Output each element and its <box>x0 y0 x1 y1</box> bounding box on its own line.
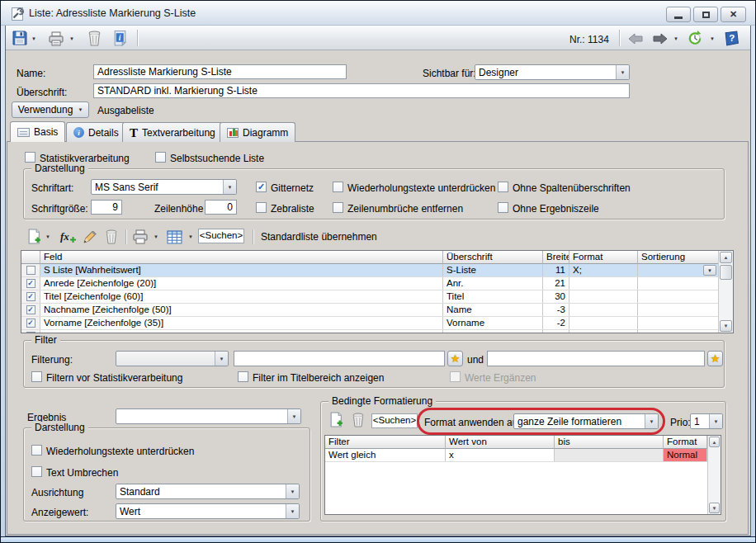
row-checkbox[interactable]: ✓ <box>26 319 35 328</box>
scroll-up-icon[interactable]: ▲ <box>720 252 732 263</box>
table-view-icon[interactable] <box>167 230 182 244</box>
column-header[interactable]: Überschrift <box>443 251 543 264</box>
column-header[interactable]: Format <box>664 436 707 449</box>
prio-combo[interactable]: 1 ▼ <box>690 413 723 429</box>
table-row-clipped[interactable]: ✓ Name 2 [Zeichenfolge (50)] Name 2 -3 <box>21 330 719 333</box>
row-checkbox[interactable]: ✓ <box>26 292 35 301</box>
zebraliste-checkbox[interactable] <box>256 202 267 213</box>
filter-wizard-button-2[interactable]: ★ <box>707 351 723 366</box>
filter-wizard-button-1[interactable]: ★ <box>447 351 463 366</box>
selbstsuchende-liste-checkbox[interactable] <box>155 152 166 163</box>
print-list-icon[interactable] <box>132 229 149 244</box>
wiederholungstexte-checkbox[interactable] <box>333 182 343 192</box>
filtern-vor-statistik-checkbox[interactable] <box>31 371 42 382</box>
column-header[interactable]: Format <box>569 251 638 264</box>
filter-expression-input-1[interactable] <box>234 351 445 366</box>
format-suchen-box[interactable]: <Suchen> <box>371 413 418 428</box>
chevron-down-icon[interactable]: ▼ <box>616 65 629 79</box>
chevron-down-icon[interactable]: ▼ <box>286 484 299 498</box>
table-row[interactable]: ✓ Nachname [Zeichenfolge (50)] Name -3 <box>21 304 719 317</box>
schriftart-combo[interactable]: MS Sans Serif ▼ <box>91 179 237 195</box>
anzeigewert-combo[interactable]: Wert ▼ <box>116 503 300 519</box>
table-view-caret-icon[interactable]: ▼ <box>188 234 193 239</box>
history-clock-icon[interactable] <box>687 30 703 46</box>
table-row[interactable]: Wert gleich x Normal <box>325 449 707 462</box>
column-header[interactable]: Feld <box>40 251 443 264</box>
delete-field-icon[interactable] <box>105 229 118 244</box>
nav-forward-icon[interactable] <box>650 32 670 45</box>
column-header[interactable]: Sortierung <box>638 251 719 264</box>
add-field-icon[interactable] <box>26 229 42 244</box>
table-row[interactable]: ✓ Titel [Zeichenfolge (60)] Titel 30 <box>21 290 719 304</box>
ohne-ergebniszeile-checkbox[interactable] <box>498 202 508 213</box>
scroll-up-icon[interactable]: ▲ <box>709 437 720 447</box>
table-row[interactable]: ✓ Vorname [Zeichenfolge (35)] Vorname -2 <box>21 317 719 330</box>
column-header[interactable]: Breite <box>543 251 569 264</box>
print-dropdown-caret-icon[interactable]: ▼ <box>69 36 74 41</box>
filterung-combo[interactable]: ▼ <box>116 351 229 366</box>
row-checkbox[interactable]: ✓ <box>26 305 35 314</box>
chevron-down-icon[interactable]: ▼ <box>223 180 236 194</box>
statistikverarbeitung-checkbox[interactable] <box>25 152 35 163</box>
filter-im-titelbereich-checkbox[interactable] <box>238 371 248 382</box>
history-dropdown-caret-icon[interactable]: ▼ <box>710 36 715 41</box>
tab-diagramm[interactable]: Diagramm <box>220 122 295 142</box>
format-anwenden-combo[interactable]: ganze Zeile formatieren ▼ <box>513 413 659 429</box>
title-bar[interactable]: Liste: Adressliste Markierung S-Liste ✕ <box>1 1 755 26</box>
edit-pencil-icon[interactable] <box>83 229 97 244</box>
table-row[interactable]: ✓ Anrede [Zeichenfolge (20)] Anr. 21 <box>21 277 719 290</box>
chevron-down-icon[interactable]: ▼ <box>645 414 658 428</box>
zeilenhoehe-input[interactable]: 0 <box>205 200 237 215</box>
tab-textverarbeitung[interactable]: T Textverarbeitung <box>122 122 223 142</box>
add-formula-icon[interactable]: fx <box>59 229 78 244</box>
maximize-button[interactable] <box>693 7 718 22</box>
tab-details[interactable]: i Details <box>66 122 126 142</box>
nav-dropdown-caret-icon[interactable]: ▼ <box>673 36 678 41</box>
row-checkbox[interactable]: ✓ <box>26 332 35 333</box>
row-checkbox[interactable] <box>26 266 35 275</box>
chevron-down-icon[interactable]: ▼ <box>286 504 299 518</box>
save-icon[interactable] <box>12 30 28 46</box>
table-row-selected[interactable]: S Liste [Wahrheitswert] S-Liste 11 X; ▼ <box>21 264 719 277</box>
column-header[interactable]: Filter <box>325 436 446 449</box>
minimize-button[interactable] <box>666 7 691 22</box>
scroll-down-icon[interactable]: ▼ <box>709 503 720 513</box>
save-dropdown-caret-icon[interactable]: ▼ <box>31 36 36 41</box>
delete-format-icon[interactable] <box>352 413 365 427</box>
scroll-down-icon[interactable]: ▼ <box>720 320 732 332</box>
delete-icon[interactable] <box>87 31 102 46</box>
nav-back-icon[interactable] <box>626 32 645 45</box>
tab-basis[interactable]: Basis <box>10 121 65 142</box>
scrollbar-thumb[interactable] <box>720 265 732 280</box>
ueberschrift-input[interactable]: STANDARD inkl. Markierung S-Liste <box>93 83 630 98</box>
sortierung-dropdown-button[interactable]: ▼ <box>703 265 716 276</box>
zeilenumbrueche-checkbox[interactable] <box>333 202 343 213</box>
felder-suchen-box[interactable]: <Suchen> <box>198 229 244 243</box>
chevron-down-icon[interactable]: ▼ <box>215 352 228 366</box>
print-icon[interactable] <box>48 31 64 47</box>
bedingte-table-scrollbar[interactable]: ▲ ▼ <box>707 436 721 514</box>
filter-expression-input-2[interactable] <box>487 351 705 366</box>
column-header[interactable]: bis <box>555 436 664 449</box>
chevron-down-icon[interactable]: ▼ <box>287 409 300 423</box>
gitternetz-checkbox[interactable]: ✓ <box>256 182 267 192</box>
chevron-down-icon[interactable]: ▼ <box>709 414 722 428</box>
ohne-spaltenueberschriften-checkbox[interactable] <box>498 182 508 192</box>
add-field-caret-icon[interactable]: ▼ <box>45 234 50 239</box>
print-list-caret-icon[interactable]: ▼ <box>154 234 158 239</box>
sichtbar-fuer-combo[interactable]: Designer ▼ <box>475 64 630 80</box>
close-button[interactable]: ✕ <box>721 7 746 22</box>
verwendung-button[interactable]: Verwendung ▼ <box>12 102 89 118</box>
column-header[interactable]: Wert von <box>446 436 555 449</box>
ausrichtung-combo[interactable]: Standard ▼ <box>116 484 300 499</box>
ergebnis-combo[interactable]: ▼ <box>116 408 301 424</box>
text-umbrechen-checkbox[interactable] <box>31 466 42 477</box>
row-checkbox[interactable]: ✓ <box>26 279 35 288</box>
wiederholungstexte2-checkbox[interactable] <box>31 445 42 456</box>
schriftgroesse-input[interactable]: 9 <box>91 200 122 215</box>
help-icon[interactable]: ? <box>723 31 740 46</box>
info-icon[interactable]: i <box>112 30 128 46</box>
standardliste-uebernehmen-button[interactable]: Standardliste übernehmen <box>261 231 377 243</box>
add-format-icon[interactable] <box>328 412 344 427</box>
felder-table-scrollbar[interactable]: ▲ ▼ <box>718 251 733 333</box>
